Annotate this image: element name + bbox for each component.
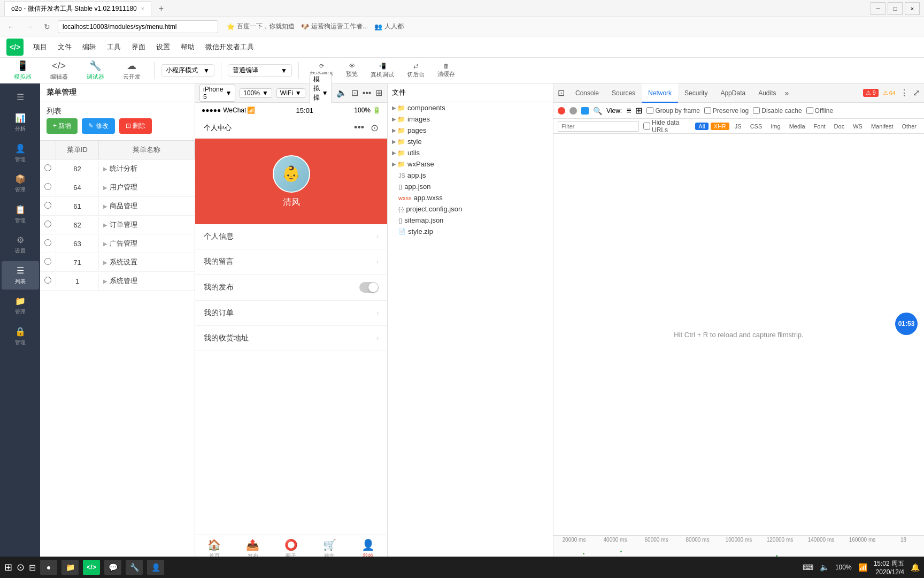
stop-btn[interactable] bbox=[569, 107, 577, 115]
simulator-btn[interactable]: 📱 模拟器 bbox=[6, 59, 38, 82]
file-stylezip[interactable]: 📄 style.zip bbox=[388, 226, 553, 237]
disable-cache-label[interactable]: Disable cache bbox=[753, 107, 802, 115]
filter-font[interactable]: Font bbox=[811, 123, 829, 130]
tab-appdata[interactable]: AppData bbox=[714, 83, 752, 103]
editor-btn[interactable]: </> 编辑器 bbox=[43, 59, 75, 82]
cloud-btn[interactable]: ☁ 云开发 bbox=[116, 59, 148, 82]
notifications-icon[interactable]: 🔔 bbox=[911, 563, 920, 572]
folder-components[interactable]: ▶ 📁 components bbox=[388, 102, 553, 113]
taskview-btn[interactable]: ⊟ bbox=[29, 562, 36, 573]
browser-tab[interactable]: o2o - 微信开发者工具 Stable v1.02.1911180 × bbox=[4, 1, 151, 16]
address-input[interactable] bbox=[58, 20, 218, 33]
sidebar-item-mgmt1[interactable]: 📁 管理 bbox=[2, 292, 39, 320]
delete-btn[interactable]: ⊡ 删除 bbox=[119, 118, 152, 134]
device-mode-select[interactable]: 小程序模式 ▼ bbox=[161, 64, 214, 77]
tab-sources[interactable]: Sources bbox=[605, 83, 642, 103]
search-icon[interactable]: 🔍 bbox=[593, 107, 602, 115]
row-checkbox[interactable] bbox=[40, 216, 56, 233]
tab-close-btn[interactable]: × bbox=[141, 6, 144, 12]
tab-audits[interactable]: Audits bbox=[752, 83, 782, 103]
preserve-log-label[interactable]: Preserve log bbox=[704, 107, 749, 115]
sidebar-item-list[interactable]: ☰ 列表 bbox=[2, 261, 39, 290]
filter-other[interactable]: Other bbox=[898, 123, 920, 130]
menu-file[interactable]: 文件 bbox=[52, 36, 77, 58]
file-sitemap[interactable]: {} sitemap.json bbox=[388, 215, 553, 226]
debugger-btn[interactable]: 🔧 调试器 bbox=[79, 59, 111, 82]
menu-edit[interactable]: 编辑 bbox=[77, 36, 102, 58]
row-checkbox[interactable] bbox=[40, 272, 56, 290]
list-item-my-messages[interactable]: 我的留言 › bbox=[195, 249, 387, 275]
taskbar-app5[interactable]: 🔧 bbox=[126, 560, 143, 575]
filter-doc[interactable]: Doc bbox=[831, 123, 848, 130]
list-item-personal-info[interactable]: 个人信息 › bbox=[195, 224, 387, 249]
sidebar-item-order[interactable]: 📋 管理 bbox=[2, 200, 39, 229]
dots-icon[interactable]: ••• bbox=[354, 122, 364, 134]
list-item-my-orders[interactable]: 我的订单 › bbox=[195, 301, 387, 326]
filter-all[interactable]: All bbox=[695, 123, 708, 130]
tab-network[interactable]: Network bbox=[642, 83, 678, 103]
preserve-log-checkbox[interactable] bbox=[704, 107, 711, 114]
expand-devtools-icon[interactable]: ⤢ bbox=[913, 88, 920, 98]
list-item-shipping-addr[interactable]: 我的收货地址 › bbox=[195, 326, 387, 351]
folder-pages[interactable]: ▶ 📁 pages bbox=[388, 125, 553, 136]
row-checkbox[interactable] bbox=[40, 160, 56, 177]
sidebar-item-product[interactable]: 📦 管理 bbox=[2, 170, 39, 198]
sidebar-item-mgmt2[interactable]: 🔒 管理 bbox=[2, 322, 39, 351]
bookmark-1[interactable]: ⭐ 百度一下，你就知道 bbox=[227, 22, 295, 31]
row-checkbox[interactable] bbox=[40, 254, 56, 271]
network-select[interactable]: WiFi ▼ bbox=[276, 88, 305, 98]
taskbar-app6[interactable]: 👤 bbox=[147, 560, 164, 575]
bookmark-2[interactable]: 🐶 运营狗运营工作者... bbox=[301, 22, 368, 31]
back-btn[interactable]: ← bbox=[4, 21, 18, 32]
filter-css[interactable]: CSS bbox=[747, 123, 766, 130]
minimize-btn[interactable]: ─ bbox=[871, 2, 886, 15]
clear-cache-btn[interactable]: 🗑 清缓存 bbox=[433, 59, 459, 82]
filter-btn[interactable] bbox=[581, 107, 589, 115]
menu-interface[interactable]: 界面 bbox=[126, 36, 151, 58]
toggle-switch[interactable] bbox=[359, 282, 379, 293]
filter-img[interactable]: Img bbox=[767, 123, 783, 130]
cortana-btn[interactable]: ⊙ bbox=[17, 561, 25, 573]
group-by-frame-checkbox[interactable] bbox=[646, 107, 653, 114]
real-device-btn[interactable]: 📲 真机调试 bbox=[366, 59, 398, 82]
sound-icon[interactable]: 🔈 bbox=[336, 88, 347, 98]
new-tab-btn[interactable]: + bbox=[156, 3, 167, 14]
taskbar-wechat-dev[interactable]: </> bbox=[83, 560, 100, 575]
taskbar-app4[interactable]: 💬 bbox=[104, 560, 121, 575]
file-appwxss[interactable]: wxss app.wxss bbox=[388, 192, 553, 203]
columns-icon[interactable]: ⊞ bbox=[375, 88, 382, 98]
maximize-btn[interactable]: □ bbox=[888, 2, 903, 15]
record-icon[interactable]: ⊙ bbox=[371, 122, 379, 134]
offline-checkbox[interactable] bbox=[806, 107, 813, 114]
sidebar-item-hamburger[interactable]: ☰ bbox=[2, 88, 39, 107]
menu-settings[interactable]: 设置 bbox=[151, 36, 175, 58]
folder-style[interactable]: ▶ 📁 style bbox=[388, 136, 553, 147]
filter-ws[interactable]: WS bbox=[850, 123, 866, 130]
tab-console[interactable]: Console bbox=[569, 83, 605, 103]
grid-view-icon[interactable]: ⊞ bbox=[635, 105, 642, 116]
folder-wxparse[interactable]: ▶ 📁 wxParse bbox=[388, 158, 553, 170]
more-tabs-btn[interactable]: » bbox=[785, 89, 789, 97]
device-select[interactable]: iPhone 5 ▼ bbox=[199, 85, 235, 102]
folder-images[interactable]: ▶ 📁 images bbox=[388, 113, 553, 125]
folder-utils[interactable]: ▶ 📁 utils bbox=[388, 147, 553, 158]
filter-manifest[interactable]: Manifest bbox=[868, 123, 897, 130]
taskbar-chrome[interactable]: ● bbox=[40, 560, 57, 575]
menu-project[interactable]: 项目 bbox=[28, 36, 52, 58]
sidebar-item-user[interactable]: 👤 管理 bbox=[2, 139, 39, 168]
bookmark-3[interactable]: 👥 人人都 bbox=[374, 22, 404, 31]
preview-btn[interactable]: 👁 预览 bbox=[342, 59, 362, 82]
record-btn[interactable] bbox=[558, 107, 565, 115]
list-view-icon[interactable]: ≡ bbox=[626, 106, 631, 116]
file-appjs[interactable]: JS app.js bbox=[388, 170, 553, 181]
capture-icon[interactable]: ⊡ bbox=[351, 88, 358, 98]
hide-data-urls-checkbox[interactable] bbox=[643, 123, 650, 130]
more-icon[interactable]: ⋮ bbox=[900, 88, 908, 98]
hide-data-urls-label[interactable]: Hide data URLs bbox=[643, 119, 691, 134]
row-checkbox[interactable] bbox=[40, 197, 56, 215]
close-btn[interactable]: × bbox=[905, 2, 920, 15]
row-checkbox[interactable] bbox=[40, 235, 56, 252]
reload-btn[interactable]: ↻ bbox=[41, 21, 53, 32]
menu-tools[interactable]: 工具 bbox=[102, 36, 126, 58]
zoom-select[interactable]: 100% ▼ bbox=[240, 88, 272, 98]
